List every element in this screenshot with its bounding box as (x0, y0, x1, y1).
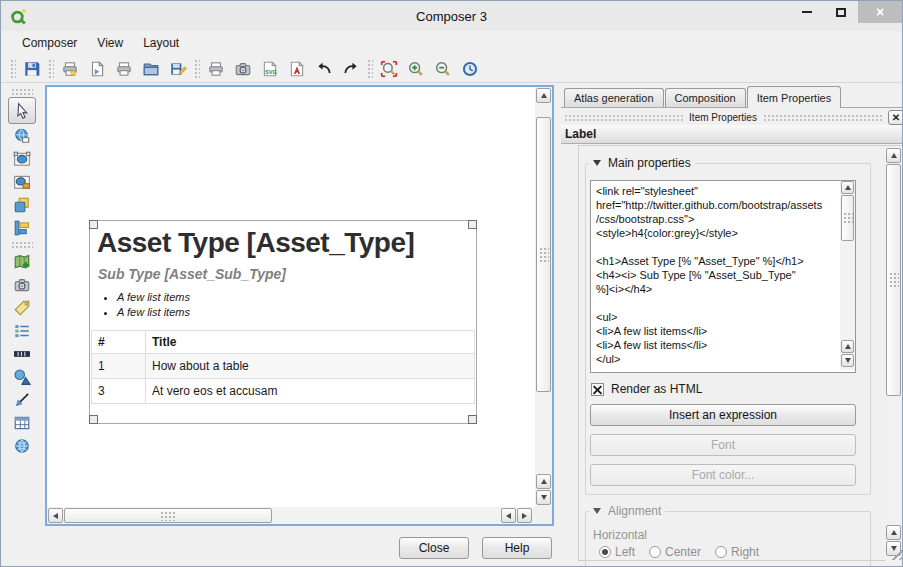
scroll-up-button[interactable] (841, 340, 854, 353)
label-item[interactable]: Asset Type [Asset_Type] Sub Type [Asset_… (89, 220, 477, 424)
move-item-tool[interactable] (8, 170, 36, 193)
zoom-in-button[interactable] (402, 56, 429, 82)
radio-center-icon[interactable] (649, 546, 661, 558)
dock-title: Item Properties (689, 112, 757, 123)
table-cell: How about a table (146, 354, 475, 379)
panel-tab-bar: Atlas generation Composition Item Proper… (561, 87, 903, 108)
toolbar-separator (11, 241, 33, 248)
label-html-source-input[interactable]: <link rel="stylesheet" href="http://twit… (590, 180, 856, 373)
checkbox-checked-icon[interactable] (591, 383, 604, 396)
dock-drag-texture (564, 114, 683, 121)
scroll-up-button[interactable] (536, 474, 551, 489)
print-button[interactable] (202, 56, 229, 82)
scrollbar-thumb[interactable] (536, 117, 551, 392)
scroll-down-button[interactable] (536, 490, 551, 505)
zoom-full-button[interactable] (375, 56, 402, 82)
table-header-cell: Title (146, 331, 475, 354)
maximize-button[interactable] (824, 1, 858, 23)
render-as-html-row[interactable]: Render as HTML (591, 382, 702, 396)
insert-expression-button[interactable]: Insert an expression (590, 404, 856, 426)
add-scalebar-tool[interactable] (8, 342, 36, 365)
panel-vertical-scrollbar[interactable] (885, 147, 902, 561)
composition-canvas[interactable]: Asset Type [Asset_Type] Sub Type [Asset_… (45, 85, 554, 526)
load-template-button[interactable] (137, 56, 164, 82)
toolbar-separator (366, 58, 373, 80)
menu-layout[interactable]: Layout (134, 33, 188, 53)
alignment-header[interactable]: Alignment (589, 504, 665, 518)
menu-composer[interactable]: Composer (13, 33, 86, 53)
title-bar: Composer 3 × (1, 1, 902, 31)
add-legend-tool[interactable] (8, 319, 36, 342)
save-as-template-button[interactable] (164, 56, 191, 82)
new-composer-button[interactable] (56, 56, 83, 82)
textarea-scrollbar[interactable] (840, 181, 855, 370)
canvas-horizontal-scrollbar[interactable] (47, 507, 535, 524)
font-button[interactable]: Font (590, 434, 856, 456)
toolbar-separator (47, 58, 54, 80)
resize-handle-top-left[interactable] (89, 220, 98, 229)
add-attribute-table-tool[interactable] (8, 411, 36, 434)
scrollbar-thumb[interactable] (64, 508, 272, 523)
add-arrow-tool[interactable] (8, 388, 36, 411)
export-as-svg-button[interactable]: SVG (256, 56, 283, 82)
add-image-tool[interactable] (8, 273, 36, 296)
tab-item-properties[interactable]: Item Properties (747, 86, 842, 108)
item-toolbar (1, 83, 43, 531)
radio-right-icon[interactable] (715, 546, 727, 558)
add-label-tool[interactable] (8, 296, 36, 319)
scroll-up-button[interactable] (886, 148, 901, 163)
scrollbar-thumb[interactable] (841, 195, 854, 241)
label-subheading: Sub Type [Asset_Sub_Type] (98, 266, 476, 282)
add-shape-tool[interactable] (8, 365, 36, 388)
dock-title-bar[interactable]: Item Properties ✕ (564, 109, 903, 125)
radio-center-label[interactable]: Center (665, 545, 701, 559)
scroll-up-button[interactable] (841, 181, 854, 194)
canvas-vertical-scrollbar[interactable] (535, 87, 552, 507)
redo-button[interactable] (337, 56, 364, 82)
export-as-pdf-button[interactable] (283, 56, 310, 82)
tab-composition[interactable]: Composition (665, 88, 746, 107)
minimize-button[interactable] (790, 1, 824, 23)
help-button[interactable]: Help (482, 537, 552, 559)
save-project-button[interactable] (18, 56, 45, 82)
dock-close-icon[interactable]: ✕ (888, 110, 903, 125)
menu-view[interactable]: View (88, 33, 132, 53)
radio-left-label[interactable]: Left (615, 545, 635, 559)
dock-drag-texture (763, 114, 882, 121)
radio-right-label[interactable]: Right (731, 545, 759, 559)
scrollbar-thumb[interactable] (886, 164, 901, 396)
close-button[interactable]: Close (399, 537, 469, 559)
scroll-right-button[interactable] (517, 508, 532, 523)
scroll-up-button[interactable] (886, 525, 901, 540)
group-items-tool[interactable] (8, 193, 36, 216)
add-html-frame-tool[interactable] (8, 434, 36, 457)
zoom-item-tool[interactable] (8, 147, 36, 170)
scroll-left-button[interactable] (48, 508, 63, 523)
radio-left-icon[interactable] (599, 546, 611, 558)
tab-atlas-generation[interactable]: Atlas generation (564, 88, 664, 107)
zoom-out-button[interactable] (429, 56, 456, 82)
add-new-map-tool[interactable] (8, 250, 36, 273)
scroll-down-button[interactable] (841, 354, 854, 367)
move-item-content-tool[interactable] (8, 124, 36, 147)
menu-bar: Composer View Layout (1, 31, 902, 55)
scrollbar-corner (535, 507, 552, 524)
font-color-button[interactable]: Font color... (590, 464, 856, 486)
close-window-button[interactable]: × (858, 1, 902, 23)
duplicate-composer-button[interactable] (83, 56, 110, 82)
resize-handle-bottom-left[interactable] (89, 415, 98, 424)
resize-handle-bottom-right[interactable] (468, 415, 477, 424)
main-properties-header[interactable]: Main properties (589, 156, 695, 170)
table-row: 1 How about a table (92, 354, 475, 379)
export-as-image-button[interactable] (229, 56, 256, 82)
scroll-left-button[interactable] (501, 508, 516, 523)
svg-text:SVG: SVG (265, 68, 277, 74)
composer-manager-button[interactable] (110, 56, 137, 82)
refresh-view-button[interactable] (456, 56, 483, 82)
scroll-up-button[interactable] (536, 88, 551, 103)
resize-handle-top-right[interactable] (468, 220, 477, 229)
select-move-item-tool[interactable] (8, 97, 36, 124)
undo-button[interactable] (310, 56, 337, 82)
item-type-header: Label (561, 125, 903, 144)
align-items-tool[interactable] (8, 216, 36, 239)
